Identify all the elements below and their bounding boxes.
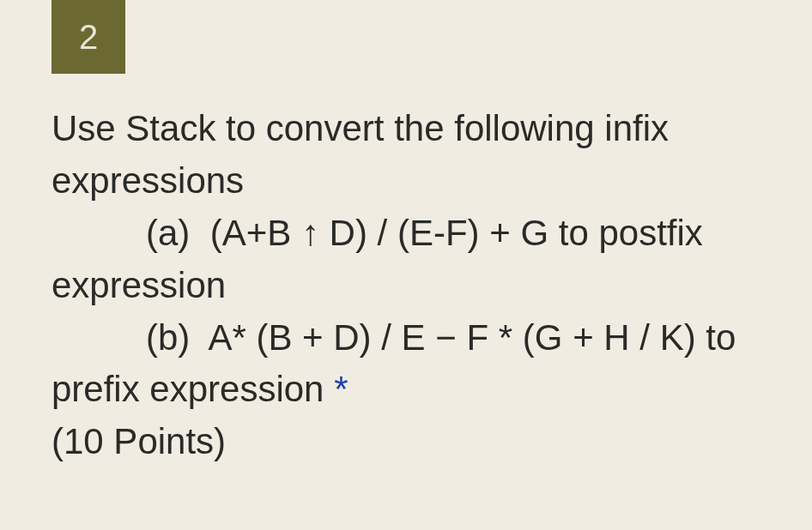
part-b-label: (b) <box>146 317 190 358</box>
part-b: (b) A* (B + D) / E − F * (G + H / K) to … <box>52 312 769 417</box>
question-number: 2 <box>79 18 98 57</box>
part-a-label: (a) <box>146 213 190 253</box>
points-label: (10 Points) <box>52 416 769 468</box>
question-content: Use Stack to convert the following infix… <box>52 103 769 468</box>
question-number-box: 2 <box>52 0 125 74</box>
required-indicator: * <box>334 369 348 409</box>
part-a: (a) (A+B ↑ D) / (E-F) + G to postfix exp… <box>52 208 769 312</box>
question-intro: Use Stack to convert the following infix… <box>52 103 769 208</box>
